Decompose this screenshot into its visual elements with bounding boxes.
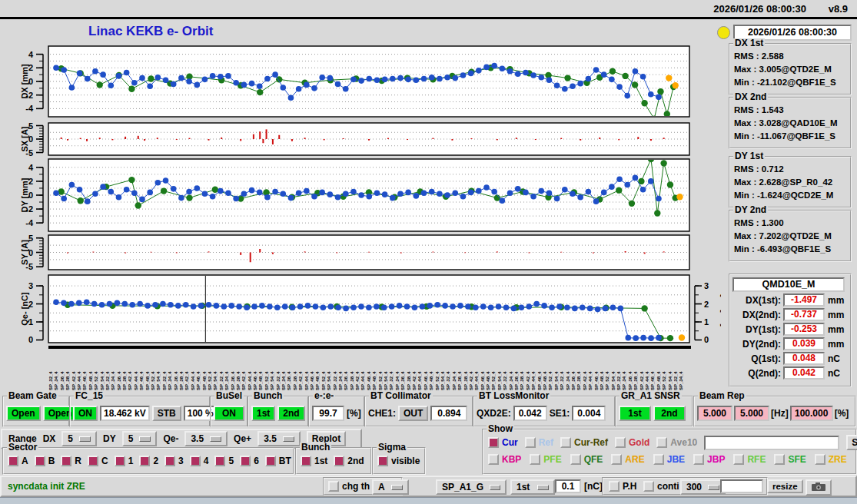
show-ref-checkbox[interactable] [525,437,536,448]
che1-out-button[interactable]: OUT [398,406,428,421]
chg-th-group: chg th A [323,477,403,496]
x-axis-label: SP_46_4 [82,349,88,390]
show-cur-ref-checkbox[interactable] [560,437,571,448]
sector-item-b[interactable]: B [35,456,55,466]
show-gold-checkbox[interactable] [615,437,626,448]
sector-item-2[interactable]: 2 [139,456,158,466]
threshold-input[interactable] [555,479,581,493]
bunch-2nd-item[interactable]: 2nd [334,456,364,466]
sector-3-checkbox[interactable] [164,456,175,466]
sector-item-a[interactable]: A [8,456,28,466]
show-are-checkbox[interactable] [611,454,622,465]
show-ave10-checkbox[interactable] [656,437,667,448]
sector-item-r[interactable]: R [61,456,81,466]
beam-gate-open-button-1[interactable]: Open [6,406,41,421]
show-are-item[interactable]: ARE [611,454,644,465]
beam-gate-group: Beam Gate Open Open [2,396,70,427]
show-qfe-item[interactable]: QFE [570,454,603,465]
sector-b-checkbox[interactable] [35,456,45,466]
show-sfe-item[interactable]: SFE [774,454,806,465]
sector-item-4[interactable]: 4 [190,456,209,466]
svg-text:3: 3 [704,281,709,290]
screenshot-button[interactable] [806,479,832,496]
x-axis-label: SP_44_4 [247,349,253,390]
sector-r-checkbox[interactable] [61,456,71,466]
show-zre-checkbox[interactable] [815,454,825,465]
ref-name-input[interactable] [704,436,839,450]
group-legend: FC_15 [74,391,105,401]
sector-item-1[interactable]: 1 [115,456,134,466]
show-jbe-checkbox[interactable] [653,454,664,465]
ph-item[interactable]: P.H [609,481,636,492]
ph-checkbox[interactable] [609,481,619,492]
bunch-select[interactable]: 1st [510,479,555,495]
show-kbp-checkbox[interactable] [488,454,499,465]
bunch-1st-button[interactable]: 1st [251,406,275,421]
sector-5-checkbox[interactable] [214,456,225,466]
svg-text:4: 4 [28,163,34,172]
show-jbe-item[interactable]: JBE [653,454,685,465]
points-select[interactable]: 300 [680,479,726,495]
show-cur-item[interactable]: Cur [488,437,518,448]
set-ref-button[interactable]: Set Ref [846,435,857,450]
show-ave10-item[interactable]: Ave10 [656,437,697,448]
stat-rms: RMS : 1.300 [734,218,784,227]
sector-item-3[interactable]: 3 [164,456,184,466]
sector-c-checkbox[interactable] [88,456,98,466]
show-zre-item[interactable]: ZRE [815,454,847,465]
sector-item-6[interactable]: 6 [240,456,259,466]
monitor-row-unit: mm [828,339,844,350]
resize-button[interactable]: resize [767,479,803,493]
sector-item-5[interactable]: 5 [214,456,234,466]
range-dx-label: DX [43,433,56,444]
show-cur-checkbox[interactable] [488,437,499,448]
sector-item-c[interactable]: C [88,456,108,466]
bunch-1st-checkbox[interactable] [301,456,311,466]
show-group: Show Cur Ref Cur-Ref Gold Ave10 Set Ref … [482,429,857,475]
sector-6-checkbox[interactable] [240,456,251,466]
sector-2-checkbox[interactable] [139,456,150,466]
show-rfe-checkbox[interactable] [733,454,744,465]
show-cur-ref-item[interactable]: Cur-Ref [560,437,608,448]
sector-4-checkbox[interactable] [190,456,201,466]
chg-th-item[interactable]: chg th [328,481,370,492]
bunch-2nd-checkbox[interactable] [334,456,344,466]
show-pfe-item[interactable]: PFE [530,454,561,465]
fc15-on-button[interactable]: ON [73,406,98,421]
gr-a1-2nd-button[interactable]: 2nd [653,406,686,421]
busel-on-button[interactable]: ON [214,406,244,421]
conti-item[interactable]: conti [643,481,679,492]
sector-a-checkbox[interactable] [8,456,18,466]
show-kbp-item[interactable]: KBP [488,454,521,465]
sector-item-bt[interactable]: BT [265,456,291,466]
show-sfe-checkbox[interactable] [774,454,785,465]
gr-a1-1st-button[interactable]: 1st [619,406,651,421]
sector-bt-checkbox[interactable] [265,456,276,466]
device-select[interactable]: SP_A1_G [436,479,507,495]
fc15-stb-button[interactable]: STB [152,406,181,421]
x-axis-label: SP_52_4 [662,349,667,390]
range-qem-select[interactable]: 3.5 [184,431,228,446]
show-gold-item[interactable]: Gold [615,437,649,448]
se1-label: SE1: [550,408,570,419]
extra-input[interactable] [720,479,763,493]
conti-checkbox[interactable] [643,481,654,492]
range-dy-select[interactable]: 5 [122,431,158,446]
beam-rep-readout-1: 5.000 [697,406,732,421]
show-qfe-checkbox[interactable] [570,454,581,465]
show-jbp-checkbox[interactable] [693,454,704,465]
show-ref-item[interactable]: Ref [525,437,553,448]
show-jbp-item[interactable]: JBP [693,454,725,465]
sigma-visible-checkbox[interactable] [377,456,388,466]
sigma-visible-item[interactable]: visible [377,456,420,466]
show-rfe-item[interactable]: RFE [733,454,766,465]
bunch-2nd-button[interactable]: 2nd [277,406,304,421]
chg-th-select[interactable]: A [372,479,409,495]
sector-1-checkbox[interactable] [115,456,125,466]
chg-th-checkbox[interactable] [328,481,339,492]
show-pfe-checkbox[interactable] [530,454,540,465]
range-qep-select[interactable]: 3.5 [257,431,301,446]
stat-max: Max : 2.628@SP_R0_42 [734,177,832,187]
range-dx-select[interactable]: 5 [61,431,97,446]
bunch-1st-item[interactable]: 1st [301,456,327,466]
